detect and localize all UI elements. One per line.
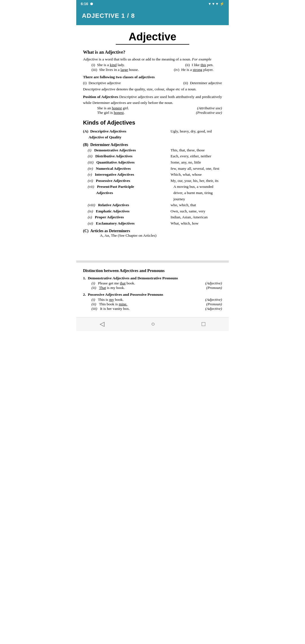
dist-item-2-ex-3: (iii) It is her vanity box. (Adjective) xyxy=(91,306,222,311)
ex1-right: (ii) I like this pen. xyxy=(185,63,214,67)
status-left: 6:16 ⏺ xyxy=(81,2,93,6)
nav-bar: ◁ ○ □ xyxy=(76,317,229,331)
app-header: ADJECTIVE 1 / 8 xyxy=(76,8,229,25)
kind-a-value: Ugly, heavy, dry, good, red xyxy=(171,128,222,140)
sub-kinds-list: (i) Demonstrative Adjectives This, that,… xyxy=(83,147,222,227)
subkind-3-value: Some, any, no, little xyxy=(171,159,201,166)
home-button[interactable]: ○ xyxy=(151,320,155,328)
wifi-icon: ▾ xyxy=(209,2,211,6)
ex2-right: (iv) He is a strong player. xyxy=(174,68,213,72)
dist-ex3-label: (Adjective) xyxy=(205,297,222,302)
kind-b-header: (B) Determiner Adjectives xyxy=(83,143,222,147)
pos-ex1-text: She is an honest girl. xyxy=(97,106,129,110)
subkind-10: (x) Proper Adjectives Indian, Asian, Ame… xyxy=(86,214,222,220)
dist-ex2-left: (ii) That is my book. xyxy=(91,286,125,290)
kind-c-value: A, An, The (See Chapter on Articles) xyxy=(100,233,222,238)
subkind-7-value: A moving bus, a wounded driver, a burnt … xyxy=(173,184,222,202)
dist-ex1-left: (i) Please get me that book. xyxy=(91,281,135,286)
position-ex-2: The girl is honest. (Predicative use) xyxy=(97,110,222,115)
classes-row: (i) Descriptive adjective (ii) Determine… xyxy=(83,81,222,85)
kind-a-label: (A) Descriptive Adjectives Adjective of … xyxy=(83,128,171,140)
subkind-2: (ii) Distributive Adjectives Each, every… xyxy=(86,153,222,159)
subkind-8: (viii) Relative Adjectives who, which, t… xyxy=(86,202,222,208)
subkind-1-value: This, that, these, those xyxy=(171,147,205,153)
subkind-3-label: (iii) Quantitative Adjectives xyxy=(86,159,171,166)
page-main-title: Adjective xyxy=(83,31,222,43)
dist-item-2: 2. Possessive Adjectives and Possessive … xyxy=(83,292,222,311)
subkind-7-label: (vii) Present/Past Participle Adjectives xyxy=(86,184,173,202)
ex2-left: (iii) She lives in a large house. xyxy=(91,68,139,72)
subkind-2-label: (ii) Distributive Adjectives xyxy=(86,153,171,159)
status-bar: 6:16 ⏺ ▾ ▾ ▾ ⚡ xyxy=(76,0,229,8)
subkind-5: (v) Interrogative Adjectives Which, what… xyxy=(86,171,222,178)
back-button[interactable]: ◁ xyxy=(100,320,104,328)
dist-ex5-left: (iii) It is her vanity box. xyxy=(91,306,130,311)
kind-c-header: (C) Articles as Determiners xyxy=(83,229,222,233)
content-page-2: Distinction between Adjectives and Prono… xyxy=(76,263,229,316)
subkind-10-value: Indian, Asian, American xyxy=(171,214,208,220)
dist-item-1-number-heading: 1. Demonstrative Adjectives and Demonstr… xyxy=(83,276,222,280)
app-title: ADJECTIVE 1 / 8 xyxy=(82,12,223,19)
two-classes-text: There are following two classes of adjec… xyxy=(83,74,222,80)
pos-ex2-label: (Predicative use) xyxy=(196,110,222,115)
page-separator xyxy=(76,260,229,263)
signal-icon2: ▾ xyxy=(216,2,218,6)
subkind-5-value: Which, what, whose xyxy=(171,171,202,178)
subkind-1-label: (i) Demonstrative Adjectives xyxy=(86,147,171,153)
subkind-5-label: (v) Interrogative Adjectives xyxy=(86,171,171,178)
kind-a-row: (A) Descriptive Adjectives Adjective of … xyxy=(83,128,222,140)
dist-item-2-ex-1: (i) This is my book. (Adjective) xyxy=(91,297,222,302)
status-right: ▾ ▾ ▾ ⚡ xyxy=(209,2,224,6)
subkind-7: (vii) Present/Past Participle Adjectives… xyxy=(86,184,222,202)
what-is-heading: What is an Adjective? xyxy=(83,50,222,55)
subkind-6: (vi) Possessive Adjectives My, our, your… xyxy=(86,178,222,184)
subkind-3: (iii) Quantitative Adjectives Some, any,… xyxy=(86,159,222,166)
spacer-1 xyxy=(83,238,222,255)
recent-button[interactable]: □ xyxy=(202,320,205,328)
dist-ex2-label: (Pronoun) xyxy=(206,286,222,290)
position-ex-1: She is an honest girl. (Attributive use) xyxy=(97,106,222,110)
time-display: 6:16 xyxy=(81,2,88,6)
dist-item-1-ex-1: (i) Please get me that book. (Adjective) xyxy=(91,281,222,286)
example-row-2: (iii) She lives in a large house. (iv) H… xyxy=(91,68,213,72)
status-icon-circle: ⏺ xyxy=(90,2,93,6)
subkind-6-label: (vi) Possessive Adjectives xyxy=(86,178,171,184)
distinction-heading: Distinction between Adjectives and Prono… xyxy=(83,268,222,273)
title-underline xyxy=(116,44,189,45)
pos-ex2-text: The girl is honest. xyxy=(97,110,125,115)
subkind-10-label: (x) Proper Adjectives xyxy=(86,214,171,220)
subkind-4-label: (iv) Numerical Adjectives xyxy=(86,166,171,172)
dist-item-2-ex-2: (ii) This book is mine. (Pronoun) xyxy=(91,302,222,306)
subkind-11-label: (xi) Exclamatory Adjectives xyxy=(86,220,171,227)
signal-icon1: ▾ xyxy=(212,2,214,6)
subkind-2-value: Each, every, either, neither xyxy=(171,153,211,159)
ex1-left: (i) She is a kind lady. xyxy=(91,63,125,67)
example-row-1: (i) She is a kind lady. (ii) I like this… xyxy=(91,63,213,67)
dist-ex4-label: (Pronoun) xyxy=(206,302,222,306)
subkind-4-value: few, many all, several, one, first xyxy=(171,166,219,172)
kinds-heading: Kinds of Adjectives xyxy=(83,119,222,126)
subkind-9: (ix) Emphatic Adjectives Own, such, same… xyxy=(86,208,222,214)
battery-icon: ⚡ xyxy=(220,2,224,6)
dist-ex4-left: (ii) This book is mine. xyxy=(91,302,127,306)
subkind-8-value: who, which, that xyxy=(171,202,196,208)
subkind-9-label: (ix) Emphatic Adjectives xyxy=(86,208,171,214)
dist-item-2-number-heading: 2. Possessive Adjectives and Possessive … xyxy=(83,292,222,297)
subkind-9-value: Own, such, same, very xyxy=(171,208,205,214)
what-is-body: Adjective is a word that tells us about … xyxy=(83,56,222,62)
subkind-6-value: My, our, your, his, her, their, its xyxy=(171,178,218,184)
class-right: (ii) Determiner adjective xyxy=(183,81,222,85)
dist-ex1-label: (Adjective) xyxy=(205,281,222,286)
dist-ex5-label: (Adjective) xyxy=(205,306,222,311)
subkind-8-label: (viii) Relative Adjectives xyxy=(86,202,171,208)
dist-item-1-ex-2: (ii) That is my book. (Pronoun) xyxy=(91,286,222,290)
subkind-1: (i) Demonstrative Adjectives This, that,… xyxy=(86,147,222,153)
subkind-11: (xi) Exclamatory Adjectives What, which,… xyxy=(86,220,222,227)
class-left: (i) Descriptive adjective xyxy=(83,81,121,85)
content-page-1: Adjective What is an Adjective? Adjectiv… xyxy=(76,25,229,260)
position-text: Position of Adjectives Descriptive adjec… xyxy=(83,94,222,106)
pos-ex1-label: (Attributive use) xyxy=(197,106,222,110)
descriptive-text: Descriptive adjective denotes the qualit… xyxy=(83,86,222,92)
subkind-11-value: What, which, how xyxy=(171,220,199,227)
dist-item-1: 1. Demonstrative Adjectives and Demonstr… xyxy=(83,276,222,290)
